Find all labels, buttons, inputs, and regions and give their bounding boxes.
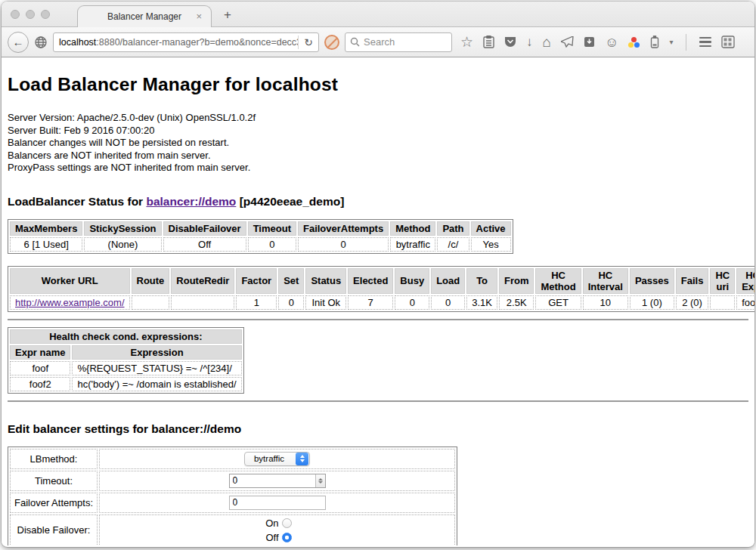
col-header: HC Expr <box>736 268 754 294</box>
search-bar[interactable] <box>345 32 452 52</box>
content-blocked-icon[interactable] <box>324 35 339 50</box>
url-bar[interactable]: localhost:8880/balancer-manager?b=demo&n… <box>53 32 319 52</box>
col-header: Active <box>471 221 511 236</box>
reload-icon[interactable]: ↻ <box>299 36 318 48</box>
cell-method: bytraffic <box>390 237 435 252</box>
pocket-icon[interactable] <box>504 36 516 48</box>
cell-elected: 7 <box>348 295 393 310</box>
number-stepper-icon[interactable] <box>315 474 325 487</box>
cell-route <box>132 295 170 310</box>
info-line: Server Version: Apache/2.5.0-dev (Unix) … <box>8 112 748 125</box>
globe-icon[interactable] <box>34 36 48 49</box>
balancer-status-table: MaxMembers StickySession DisableFailover… <box>8 219 513 254</box>
col-header: From <box>499 268 534 294</box>
form-row-timeout: Timeout: <box>10 471 455 491</box>
cell-to: 3.1K <box>466 295 497 310</box>
balancer-settings-form: LBmethod: bytraffic Timeout: <box>8 446 457 545</box>
table-row: http://www.example.com/ 1 0 Init Ok 7 0 … <box>10 295 754 310</box>
window-zoom-button[interactable] <box>41 10 50 19</box>
table-row: foof %{REQUEST_STATUS} =~ /^[234]/ <box>10 361 242 375</box>
timeout-input[interactable] <box>230 474 315 487</box>
disable-failover-on-radio[interactable] <box>282 518 292 528</box>
lbmethod-selected-value: bytraffic <box>245 454 295 463</box>
toolbar-icons: ☆ ↓ ⌂ ☺ <box>460 34 735 51</box>
col-header: To <box>466 268 497 294</box>
col-header: Path <box>437 221 469 236</box>
cell-active: Yes <box>471 237 511 252</box>
cell-routeredir <box>171 295 234 310</box>
grid-tiles-icon[interactable] <box>721 36 735 48</box>
cell-hc-expr: foof2 <box>736 295 754 310</box>
search-icon <box>350 37 360 47</box>
cell-failoverattempts: 0 <box>298 237 389 252</box>
overflow-caret-icon[interactable]: ▾ <box>669 38 673 46</box>
balancer-demo-link[interactable]: balancer://demo <box>146 195 236 208</box>
table-row: 6 [1 Used] (None) Off 0 0 bytraffic /c/ … <box>10 237 511 252</box>
toolbar-separator <box>686 34 686 51</box>
cell-hc-uri <box>710 295 735 310</box>
cell-busy: 0 <box>395 295 429 310</box>
col-header: Timeout <box>248 221 296 236</box>
window-controls <box>11 10 50 19</box>
url-host: localhost <box>59 37 96 48</box>
cell-from: 2.5K <box>499 295 534 310</box>
radio-off-label: Off <box>261 532 279 543</box>
radio-on-label: On <box>261 518 279 529</box>
navigation-toolbar: ← localhost:8880/balancer-manager?b=demo… <box>2 27 754 57</box>
info-line: Balancer changes will NOT be persisted o… <box>8 137 748 150</box>
color-dots-icon[interactable] <box>628 37 640 48</box>
col-header: FailoverAttempts <box>298 221 389 236</box>
worker-url-link[interactable]: http://www.example.com/ <box>15 297 125 308</box>
back-button[interactable]: ← <box>8 32 29 53</box>
divider <box>8 319 748 320</box>
reading-list-icon[interactable] <box>483 36 494 48</box>
window-minimize-button[interactable] <box>26 10 35 19</box>
lbmethod-select[interactable]: bytraffic <box>244 452 310 466</box>
col-header: HC Method <box>535 268 581 294</box>
disable-failover-off-radio[interactable] <box>282 533 292 542</box>
battery-icon[interactable] <box>650 36 659 48</box>
cell-disablefailover: Off <box>163 237 246 252</box>
tab-close-icon[interactable]: × <box>196 11 202 22</box>
url-text: localhost:8880/balancer-manager?b=demo&n… <box>54 37 298 48</box>
failover-attempts-input[interactable] <box>229 496 326 510</box>
cell-path: /c/ <box>437 237 469 252</box>
col-header: Status <box>305 268 346 294</box>
save-to-device-icon[interactable] <box>584 36 595 48</box>
table-row: foof2 hc('body') =~ /domain is establish… <box>10 377 242 391</box>
server-info: Server Version: Apache/2.5.0-dev (Unix) … <box>8 112 748 175</box>
col-header: Expression <box>72 345 241 360</box>
failover-attempts-label: Failover Attempts: <box>10 493 98 513</box>
cell-load: 0 <box>431 295 465 310</box>
page-content: Load Balancer Manager for localhost Serv… <box>2 57 754 545</box>
menu-icon[interactable] <box>699 37 711 48</box>
info-line: Server Built: Feb 9 2016 07:00:20 <box>8 125 748 138</box>
col-header: DisableFailover <box>163 221 246 236</box>
window-close-button[interactable] <box>11 10 20 19</box>
col-header: Expr name <box>10 345 70 360</box>
downloads-icon[interactable]: ↓ <box>526 36 533 48</box>
new-tab-button[interactable]: + <box>224 8 231 23</box>
bookmark-star-icon[interactable]: ☆ <box>460 35 473 49</box>
cell-expression: %{REQUEST_STATUS} =~ /^[234]/ <box>72 361 241 375</box>
disable-failover-label: Disable Failover: <box>10 514 98 545</box>
loadbalancer-status-heading: LoadBalancer Status for balancer://demo … <box>8 195 748 209</box>
page-title: Load Balancer Manager for localhost <box>8 74 748 95</box>
tab-balancer-manager[interactable]: Balancer Manager × <box>77 5 212 27</box>
col-header: Set <box>278 268 304 294</box>
form-row-disable-failover: Disable Failover: On Off <box>10 514 455 545</box>
form-row-failover-attempts: Failover Attempts: <box>10 493 455 513</box>
chat-smiley-icon[interactable]: ☺ <box>605 36 618 49</box>
search-input[interactable] <box>364 36 447 48</box>
edit-settings-heading: Edit balancer settings for balancer://de… <box>8 422 748 436</box>
col-header: Busy <box>395 268 429 294</box>
health-check-table: Health check cond. expressions: Expr nam… <box>8 327 244 394</box>
col-header: Fails <box>676 268 709 294</box>
col-header: Method <box>390 221 435 236</box>
cell-timeout: 0 <box>248 237 296 252</box>
cell-status: Init Ok <box>305 295 346 310</box>
home-icon[interactable]: ⌂ <box>543 35 551 49</box>
send-tab-icon[interactable] <box>561 36 574 48</box>
col-header: HC uri <box>710 268 735 294</box>
timeout-label: Timeout: <box>10 471 98 491</box>
